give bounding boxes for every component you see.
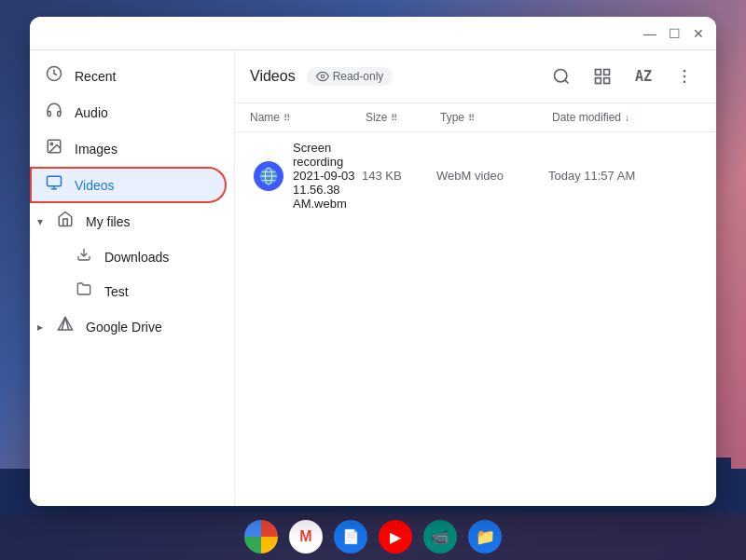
taskbar-chrome-icon[interactable]: [244, 520, 278, 553]
content-title: Videos: [250, 68, 296, 85]
col-type-label: Type: [440, 111, 464, 124]
images-icon: [45, 138, 63, 159]
more-icon: [675, 67, 694, 86]
svg-point-2: [50, 143, 52, 144]
svg-rect-11: [596, 70, 601, 75]
search-icon: [552, 67, 571, 86]
search-button[interactable]: [545, 60, 578, 93]
taskbar: M 📄 ▶ 📹 📁: [0, 513, 746, 560]
header-actions: AZ: [545, 60, 701, 93]
content-header: Videos Read-only: [235, 50, 716, 103]
google-drive-icon: [56, 316, 75, 337]
content-panel: Videos Read-only: [235, 50, 716, 506]
col-date-sort-icon: ↓: [625, 113, 629, 123]
read-only-label: Read-only: [333, 70, 384, 83]
sidebar-item-audio[interactable]: Audio: [30, 94, 227, 130]
col-type-sort-icon: ⠿: [468, 113, 475, 123]
downloads-icon: [75, 247, 93, 266]
read-only-badge: Read-only: [307, 67, 394, 86]
column-header-date[interactable]: Date modified ↓: [552, 111, 701, 124]
videos-label: Videos: [75, 178, 115, 193]
svg-point-9: [555, 70, 567, 82]
grid-view-button[interactable]: [586, 60, 619, 93]
svg-point-16: [684, 75, 686, 78]
col-name-label: Name: [250, 111, 280, 124]
svg-rect-12: [604, 70, 610, 75]
taskbar-youtube-icon[interactable]: ▶: [379, 520, 412, 553]
sidebar-item-my-files[interactable]: ▾ My files: [30, 203, 227, 239]
col-size-label: Size: [366, 111, 387, 124]
minimize-button[interactable]: —: [642, 25, 658, 42]
my-files-label: My files: [86, 214, 130, 229]
test-label: Test: [104, 284, 129, 299]
recent-label: Recent: [75, 69, 116, 84]
col-date-label: Date modified: [552, 111, 621, 124]
grid-icon: [593, 67, 612, 86]
svg-line-10: [565, 80, 569, 84]
col-size-sort-icon: ⠿: [391, 113, 397, 123]
sidebar-item-videos[interactable]: Videos: [30, 167, 227, 203]
sidebar-item-google-drive[interactable]: ▸ Google Drive: [30, 308, 227, 345]
title-bar: — ☐ ✕: [30, 17, 716, 50]
file-list: Screen recording 2021-09-03 11.56.38 AM.…: [235, 132, 716, 506]
file-size: 143 KB: [362, 169, 436, 183]
downloads-label: Downloads: [104, 250, 169, 265]
sidebar-item-images[interactable]: Images: [30, 130, 227, 167]
file-thumbnail: [254, 161, 283, 191]
google-drive-arrow: ▸: [37, 321, 43, 334]
file-date: Today 11:57 AM: [548, 169, 698, 183]
column-header-name[interactable]: Name ⠿: [250, 111, 366, 124]
taskbar-meet-icon[interactable]: 📹: [423, 520, 457, 553]
file-type: WebM video: [436, 169, 548, 183]
taskbar-gmail-icon[interactable]: M: [289, 520, 323, 553]
main-content: Recent Audio: [30, 50, 716, 506]
svg-point-8: [321, 75, 325, 78]
videos-icon: [45, 174, 63, 196]
test-folder-icon: [75, 281, 93, 301]
sidebar-item-downloads[interactable]: Downloads: [30, 239, 227, 274]
audio-icon: [45, 102, 63, 123]
recent-icon: [45, 65, 63, 87]
sidebar-item-test[interactable]: Test: [30, 274, 227, 308]
my-files-arrow: ▾: [37, 215, 43, 228]
sidebar: Recent Audio: [30, 50, 235, 506]
maximize-button[interactable]: ☐: [666, 25, 683, 42]
window-controls: — ☐ ✕: [642, 25, 707, 42]
column-header-type[interactable]: Type ⠿: [440, 111, 552, 124]
sort-button[interactable]: AZ: [627, 60, 660, 93]
taskbar-files-icon[interactable]: 📁: [468, 520, 502, 553]
file-manager-window: — ☐ ✕ Recent: [30, 17, 716, 506]
file-name-cell: Screen recording 2021-09-03 11.56.38 AM.…: [254, 141, 362, 211]
google-drive-label: Google Drive: [86, 320, 162, 335]
table-row[interactable]: Screen recording 2021-09-03 11.56.38 AM.…: [239, 133, 712, 218]
taskbar-docs-icon[interactable]: 📄: [334, 520, 367, 553]
column-header-size[interactable]: Size ⠿: [366, 111, 440, 124]
file-name: Screen recording 2021-09-03 11.56.38 AM.…: [293, 141, 362, 211]
audio-label: Audio: [75, 105, 108, 120]
svg-point-15: [684, 70, 686, 73]
webm-icon: [258, 166, 279, 186]
svg-rect-3: [48, 176, 62, 186]
images-label: Images: [75, 142, 117, 157]
svg-rect-14: [604, 78, 610, 84]
more-button[interactable]: [668, 60, 701, 93]
close-button[interactable]: ✕: [690, 25, 707, 42]
my-files-icon: [56, 211, 75, 232]
svg-rect-13: [596, 78, 601, 84]
sidebar-item-recent[interactable]: Recent: [30, 58, 227, 94]
eye-icon: [316, 70, 329, 83]
file-list-header: Name ⠿ Size ⠿ Type ⠿ Date modified ↓: [235, 103, 716, 132]
col-name-sort-icon: ⠿: [283, 113, 290, 123]
svg-point-17: [684, 81, 686, 84]
